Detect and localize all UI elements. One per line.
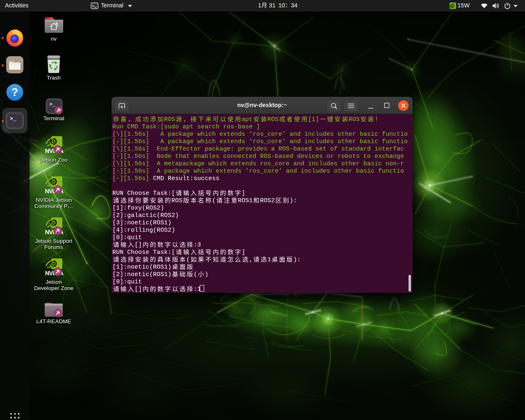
svg-text:?: ? [11,86,18,98]
svg-text:>_: >_ [10,116,16,122]
